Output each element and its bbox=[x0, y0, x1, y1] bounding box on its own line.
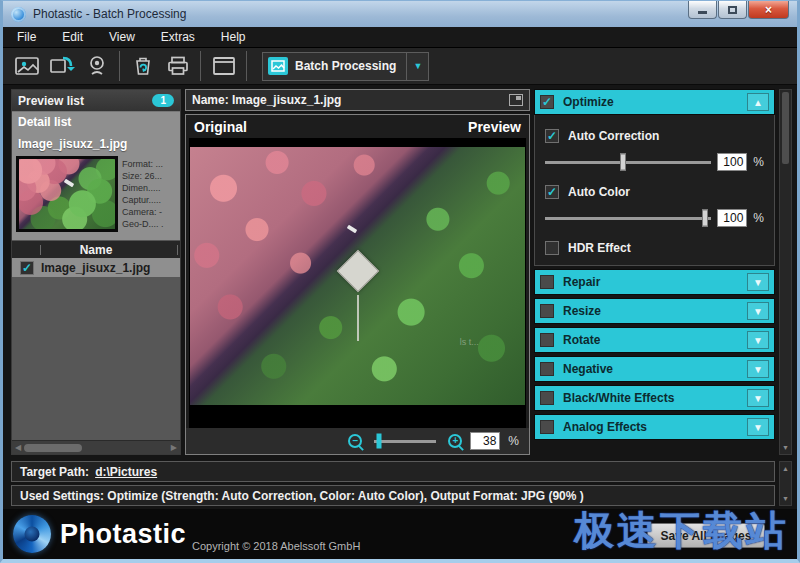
bottom-scrollbar[interactable]: ▲ ▼ bbox=[779, 461, 792, 506]
negative-checkbox[interactable]: ✓ bbox=[540, 362, 554, 376]
expand-button[interactable]: ▼ bbox=[747, 273, 769, 291]
expand-button[interactable]: ▼ bbox=[747, 360, 769, 378]
detail-list-header[interactable]: Detail list bbox=[12, 111, 180, 131]
menu-extras[interactable]: Extras bbox=[161, 30, 195, 44]
preview-list-panel: Preview list 1 Detail list Image_jisuxz_… bbox=[11, 89, 181, 455]
auto-color-value-input[interactable]: 100 bbox=[717, 209, 747, 227]
mode-dropdown-button[interactable]: ▼ bbox=[407, 52, 429, 81]
save-all-images-button[interactable]: Save All Images bbox=[647, 523, 765, 548]
section-label: Negative bbox=[563, 362, 738, 376]
preview-list-label: Preview list bbox=[18, 94, 152, 108]
expand-button[interactable]: ▼ bbox=[747, 418, 769, 436]
fullscreen-button[interactable] bbox=[206, 52, 241, 81]
preview-panel: Original Preview ls t... – + 38 % bbox=[185, 114, 530, 455]
webcam-button[interactable] bbox=[79, 52, 114, 81]
resize-checkbox[interactable]: ✓ bbox=[540, 304, 554, 318]
menu-view[interactable]: View bbox=[109, 30, 135, 44]
toolbar-separator bbox=[200, 51, 201, 81]
zoom-in-icon[interactable]: + bbox=[448, 434, 462, 448]
scrollbar-thumb[interactable] bbox=[24, 444, 82, 452]
slider-handle[interactable] bbox=[620, 154, 626, 171]
rotate-checkbox[interactable]: ✓ bbox=[540, 333, 554, 347]
file-list-row[interactable]: ✓ Image_jisuxz_1.jpg bbox=[12, 258, 180, 277]
optimize-checkbox[interactable]: ✓ bbox=[540, 95, 554, 109]
thumbnail-image[interactable] bbox=[16, 156, 118, 232]
section-label: Analog Effects bbox=[563, 420, 738, 434]
file-checkbox[interactable]: ✓ bbox=[20, 261, 34, 275]
window-title: Photastic - Batch Processing bbox=[33, 7, 186, 21]
auto-correction-label: Auto Correction bbox=[568, 129, 659, 143]
zoom-slider[interactable] bbox=[374, 440, 436, 443]
hdr-effect-row: ✓ HDR Effect bbox=[545, 241, 764, 255]
main-content: Preview list 1 Detail list Image_jisuxz_… bbox=[3, 85, 797, 458]
zoom-controls: – + 38 % bbox=[186, 428, 529, 454]
scroll-right-icon[interactable]: ▶ bbox=[171, 443, 177, 452]
print-button[interactable] bbox=[160, 52, 195, 81]
count-badge: 1 bbox=[152, 94, 174, 107]
window-controls: × bbox=[687, 1, 789, 19]
detail-area: Image_jisuxz_1.jpg Format: ... Size: 26.… bbox=[12, 131, 180, 240]
split-handle-line[interactable] bbox=[357, 295, 359, 341]
chevron-down-icon: ▼ bbox=[753, 277, 763, 288]
scrollbar-thumb[interactable] bbox=[782, 92, 789, 164]
auto-color-checkbox[interactable]: ✓ bbox=[545, 185, 559, 199]
name-column-header[interactable]: Name bbox=[12, 240, 180, 258]
section-resize: ✓ Resize ▼ bbox=[534, 298, 775, 324]
batch-processing-button[interactable]: Batch Processing bbox=[262, 52, 407, 81]
auto-color-slider[interactable] bbox=[545, 217, 711, 220]
image-stage: ls t... bbox=[189, 138, 526, 428]
auto-color-label: Auto Color bbox=[568, 185, 630, 199]
popout-icon[interactable] bbox=[509, 94, 523, 106]
analog-checkbox[interactable]: ✓ bbox=[540, 420, 554, 434]
chevron-down-icon: ▼ bbox=[753, 335, 763, 346]
auto-correction-row: ✓ Auto Correction bbox=[545, 129, 764, 143]
section-optimize: ✓ Optimize ▲ ✓ Auto Correction bbox=[534, 89, 775, 269]
menu-help[interactable]: Help bbox=[221, 30, 246, 44]
auto-correction-value-input[interactable]: 100 bbox=[717, 153, 747, 171]
hdr-effect-label: HDR Effect bbox=[568, 241, 631, 255]
repair-checkbox[interactable]: ✓ bbox=[540, 275, 554, 289]
add-image-button[interactable] bbox=[9, 52, 44, 81]
optimize-section-body: ✓ Auto Correction 100 % ✓ Auto bbox=[534, 115, 775, 266]
chevron-down-icon: ▼ bbox=[753, 422, 763, 433]
chevron-up-icon: ▲ bbox=[753, 97, 763, 108]
slider-handle[interactable] bbox=[702, 210, 708, 227]
target-path-link[interactable]: d:\Pictures bbox=[95, 465, 157, 479]
collapse-button[interactable]: ▲ bbox=[747, 93, 769, 111]
meta-geodata: Geo-D.... . bbox=[122, 218, 164, 230]
toolbar: Batch Processing ▼ bbox=[3, 48, 797, 85]
expand-button[interactable]: ▼ bbox=[747, 389, 769, 407]
scroll-down-icon[interactable]: ▼ bbox=[780, 492, 791, 505]
image-name-bar: Name: Image_jisuxz_1.jpg bbox=[185, 89, 530, 111]
file-name: Image_jisuxz_1.jpg bbox=[41, 261, 150, 275]
maximize-icon bbox=[728, 6, 737, 14]
zoom-value-input[interactable]: 38 bbox=[470, 432, 500, 450]
vertical-scrollbar[interactable]: ▼ bbox=[779, 89, 792, 455]
zoom-out-icon[interactable]: – bbox=[348, 434, 362, 448]
black-white-checkbox[interactable]: ✓ bbox=[540, 391, 554, 405]
scroll-down-icon[interactable]: ▼ bbox=[780, 441, 791, 454]
delete-button[interactable] bbox=[125, 52, 160, 81]
target-path-label: Target Path: bbox=[20, 465, 89, 479]
minimize-button[interactable] bbox=[688, 1, 717, 19]
scroll-up-icon[interactable]: ▲ bbox=[780, 462, 791, 475]
chevron-down-icon: ▼ bbox=[413, 61, 422, 71]
import-image-button[interactable] bbox=[44, 52, 79, 81]
menu-file[interactable]: File bbox=[17, 30, 36, 44]
auto-correction-checkbox[interactable]: ✓ bbox=[545, 129, 559, 143]
auto-correction-slider[interactable] bbox=[545, 161, 711, 164]
expand-button[interactable]: ▼ bbox=[747, 331, 769, 349]
maximize-button[interactable] bbox=[718, 1, 747, 19]
image-watermark: ls t... bbox=[460, 337, 479, 347]
horizontal-scrollbar[interactable]: ◀ ▶ bbox=[12, 440, 180, 454]
toolbar-separator bbox=[119, 51, 120, 81]
compare-header: Original Preview bbox=[186, 115, 529, 138]
menu-edit[interactable]: Edit bbox=[62, 30, 83, 44]
hdr-effect-checkbox[interactable]: ✓ bbox=[545, 241, 559, 255]
section-optimize-header[interactable]: ✓ Optimize ▲ bbox=[534, 89, 775, 115]
zoom-slider-handle[interactable] bbox=[376, 434, 381, 449]
section-label: Rotate bbox=[563, 333, 738, 347]
scroll-left-icon[interactable]: ◀ bbox=[15, 443, 21, 452]
close-button[interactable]: × bbox=[748, 1, 789, 19]
expand-button[interactable]: ▼ bbox=[747, 302, 769, 320]
